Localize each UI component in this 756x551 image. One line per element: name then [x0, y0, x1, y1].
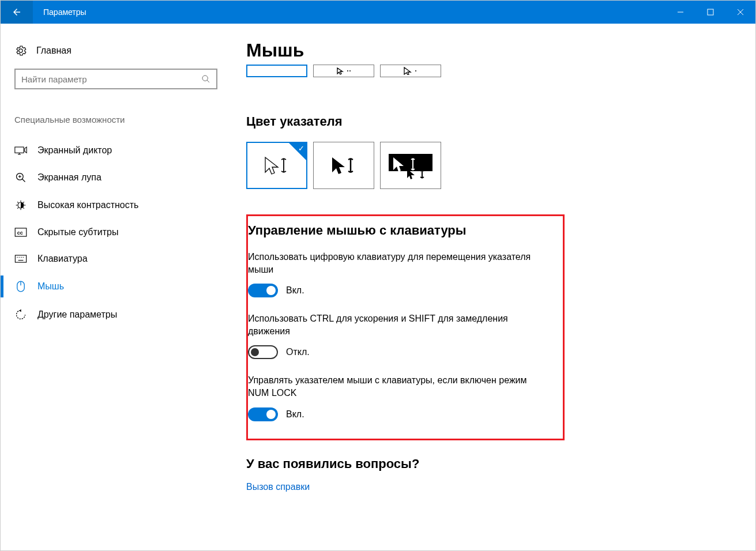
pointer-color-inverted[interactable]: [380, 142, 441, 189]
mouse-icon: [14, 280, 27, 293]
search-box[interactable]: [14, 69, 217, 89]
svg-rect-6: [15, 147, 24, 153]
pointer-size-medium[interactable]: [313, 65, 374, 77]
toggle-state: Вкл.: [286, 409, 304, 420]
sidebar-item-label: Высокая контрастность: [37, 200, 138, 210]
svg-line-20: [17, 207, 18, 209]
toggle-ctrl-shift-speed[interactable]: [248, 345, 278, 359]
pointer-color-white[interactable]: ✓: [246, 142, 307, 189]
narrator-icon: [14, 145, 27, 156]
arrow-left-icon: [12, 7, 22, 17]
pointer-color-title: Цвет указателя: [246, 114, 732, 129]
sidebar-item-high-contrast[interactable]: Высокая контрастность: [14, 191, 213, 219]
close-icon: [737, 9, 744, 16]
sidebar-item-label: Скрытые субтитры: [37, 227, 118, 237]
setting-label: Использовать CTRL для ускорения и SHIFT …: [248, 312, 536, 337]
toggle-numpad-move[interactable]: [248, 284, 278, 297]
svg-rect-1: [708, 9, 713, 15]
sidebar-item-narrator[interactable]: Экранный диктор: [14, 137, 213, 164]
gear-icon: [14, 44, 27, 57]
close-button[interactable]: [725, 1, 755, 24]
sidebar-item-mouse[interactable]: Мышь: [14, 272, 213, 301]
keyboard-mouse-section: Управление мышью с клавиатуры Использова…: [246, 214, 565, 440]
setting-label: Управлять указателем мыши с клавиатуры, …: [248, 374, 536, 399]
pointer-size-row: [246, 65, 732, 77]
pointer-size-small[interactable]: [246, 65, 307, 77]
sidebar: Главная Специальные возможности Экранный…: [1, 24, 227, 550]
window-controls: [665, 1, 755, 24]
setting-label: Использовать цифровую клавиатуру для пер…: [248, 251, 536, 276]
magnifier-icon: [14, 172, 27, 183]
main-content: Мышь Цвет указателя ✓ Управление: [227, 24, 755, 550]
keyboard-icon: [14, 255, 27, 263]
page-title: Мышь: [246, 40, 732, 61]
toggle-state: Откл.: [286, 347, 310, 357]
toggle-state: Вкл.: [286, 285, 304, 296]
home-label: Главная: [36, 46, 72, 56]
home-link[interactable]: Главная: [14, 40, 213, 69]
contrast-icon: [14, 199, 27, 211]
toggle-numlock[interactable]: [248, 407, 278, 421]
keyboard-mouse-title: Управление мышью с клавиатуры: [248, 223, 549, 238]
maximize-button[interactable]: [695, 1, 725, 24]
svg-line-18: [17, 202, 18, 203]
captions-icon: cc: [14, 228, 27, 237]
svg-point-34: [415, 70, 416, 71]
search-input[interactable]: [21, 74, 201, 84]
svg-line-19: [23, 207, 24, 209]
svg-line-10: [22, 179, 25, 182]
help-link[interactable]: Вызов справки: [246, 482, 310, 492]
svg-line-5: [207, 80, 209, 82]
minimize-icon: [677, 9, 684, 16]
sidebar-item-closed-captions[interactable]: cc Скрытые субтитры: [14, 219, 213, 246]
pointer-color-black[interactable]: [313, 142, 374, 189]
maximize-icon: [707, 9, 714, 16]
window-title: Параметры: [33, 7, 665, 17]
minimize-button[interactable]: [665, 1, 695, 24]
questions-title: У вас появились вопросы?: [246, 456, 732, 471]
sidebar-item-label: Экранная лупа: [37, 172, 101, 183]
svg-point-4: [202, 76, 208, 81]
sidebar-item-label: Экранный диктор: [37, 145, 112, 156]
search-icon: [201, 74, 210, 84]
titlebar: Параметры: [1, 1, 755, 24]
pointer-color-row: ✓: [246, 142, 732, 189]
svg-point-32: [347, 70, 348, 71]
other-icon: [14, 309, 27, 320]
pointer-size-large[interactable]: [380, 65, 441, 77]
sidebar-item-label: Мышь: [37, 281, 64, 292]
sidebar-item-label: Другие параметры: [37, 310, 117, 320]
sidebar-item-keyboard[interactable]: Клавиатура: [14, 246, 213, 272]
svg-text:cc: cc: [17, 230, 23, 236]
svg-rect-24: [15, 255, 26, 262]
check-icon: ✓: [298, 144, 304, 153]
sidebar-item-magnifier[interactable]: Экранная лупа: [14, 164, 213, 191]
svg-point-33: [349, 70, 351, 71]
back-button[interactable]: [1, 1, 33, 24]
sidebar-item-label: Клавиатура: [37, 254, 88, 264]
sidebar-item-other[interactable]: Другие параметры: [14, 301, 213, 329]
category-label: Специальные возможности: [14, 115, 213, 124]
svg-line-21: [23, 202, 24, 203]
